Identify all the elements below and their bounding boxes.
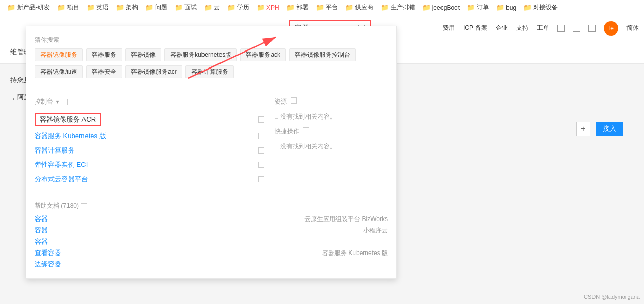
folder-icon: 📁 xyxy=(257,4,265,11)
bookmark-item[interactable]: 📁 面试 xyxy=(172,2,200,13)
suggest-tag[interactable]: 容器服务 xyxy=(86,48,122,61)
dist-label: 分布式云容器平台 xyxy=(35,175,88,184)
console-item-acr[interactable]: 容器镜像服务 ACR xyxy=(35,110,264,129)
folder-icon: 📁 xyxy=(175,4,183,11)
square-icon xyxy=(258,176,264,182)
bookmark-item[interactable]: 📁 生产排错 xyxy=(378,2,418,13)
apps-icon xyxy=(588,25,596,32)
square-icon xyxy=(62,99,68,105)
folder-icon: 📁 xyxy=(204,4,212,11)
console-item-dist[interactable]: 分布式云容器平台 xyxy=(35,172,264,187)
divider2 xyxy=(26,194,396,194)
nav-ticket-link[interactable]: 工单 xyxy=(537,24,549,32)
square-icon xyxy=(258,133,264,139)
help-item[interactable]: 边缘容器 xyxy=(35,260,388,269)
suggest-tag[interactable]: 容器镜像服务控制台 xyxy=(289,48,356,61)
square-icon xyxy=(557,25,565,32)
add-button[interactable]: + xyxy=(576,122,590,136)
suggest-tag[interactable]: 容器镜像服务 xyxy=(35,48,83,61)
bookmark-item[interactable]: 📁 项目 xyxy=(54,2,82,13)
suggest-tag[interactable]: 容器镜像服务acr xyxy=(125,65,182,78)
avatar[interactable]: Ie xyxy=(604,21,618,36)
bookmark-item[interactable]: 📁 新产品-研发 xyxy=(4,2,53,13)
k8s-label: 容器服务 Kubernetes 版 xyxy=(35,131,106,141)
square-icon xyxy=(258,147,264,154)
bookmark-item[interactable]: 📁 jeecgBoot xyxy=(419,3,463,12)
console-item-compute[interactable]: 容器计算服务 xyxy=(35,143,264,158)
compute-label: 容器计算服务 xyxy=(35,146,75,155)
folder-icon: 📁 xyxy=(57,4,65,11)
eci-label: 弹性容器实例 ECI xyxy=(35,160,88,170)
watermark: CSDN @ladymorgana xyxy=(584,294,640,300)
suggest-tags: 容器镜像服务 容器服务 容器镜像 容器服务kubernetes版 容器服务ack… xyxy=(35,48,388,61)
folder-icon: 📁 xyxy=(496,4,504,11)
bookmark-bar: 📁 新产品-研发 📁 项目 📁 英语 📁 架构 📁 问题 📁 面试 📁 云 📁 … xyxy=(0,0,644,15)
suggest-section: 猜你搜索 容器镜像服务 容器服务 容器镜像 容器服务kubernetes版 容器… xyxy=(26,32,396,86)
nav-icp-link[interactable]: ICP 备案 xyxy=(463,24,487,32)
bookmark-item[interactable]: 📁 订单 xyxy=(464,2,492,13)
folder-icon: 📁 xyxy=(467,4,475,11)
bottom-toolbar: + 接入 xyxy=(576,122,623,136)
bookmark-item[interactable]: 📁 学历 xyxy=(224,2,252,13)
square-icon xyxy=(303,127,309,133)
suggest-title: 猜你搜索 xyxy=(35,36,388,44)
folder-icon: 📁 xyxy=(422,4,431,11)
connect-button[interactable]: 接入 xyxy=(596,122,623,136)
help-section: 帮助文档 (7180) 容器 云原生应用组装平台 BizWorks 容器 小程序… xyxy=(26,198,396,272)
bookmark-item[interactable]: 📁 平台 xyxy=(313,2,341,13)
no-quick-result: □ 没有找到相关内容。 xyxy=(275,140,388,153)
suggest-tag[interactable]: 容器计算服务 xyxy=(185,65,234,78)
suggest-tag[interactable]: 容器镜像加速 xyxy=(35,65,83,78)
help-item[interactable]: 容器 云原生应用组装平台 BizWorks xyxy=(35,214,388,224)
square-icon xyxy=(258,162,264,168)
folder-icon: 📁 xyxy=(523,4,532,11)
suggest-tag[interactable]: 容器安全 xyxy=(86,65,122,78)
suggest-tag[interactable]: 容器服务ack xyxy=(240,48,286,61)
help-item[interactable]: 容器 小程序云 xyxy=(35,226,388,235)
console-resource-section: 控制台 ▾ 容器镜像服务 ACR 容器服务 Kubernetes 版 容器计算服… xyxy=(26,94,396,190)
folder-icon: 📁 xyxy=(87,4,95,11)
console-title: 控制台 ▾ xyxy=(35,97,264,106)
quick-ops-title: 快捷操作 xyxy=(275,127,388,136)
square-icon xyxy=(291,97,297,104)
dropdown-panel: 猜你搜索 容器镜像服务 容器服务 容器镜像 容器服务kubernetes版 容器… xyxy=(26,26,397,279)
bookmark-item[interactable]: 📁 对接设备 xyxy=(520,2,561,13)
bell-icon xyxy=(573,25,580,32)
nav-enterprise-link[interactable]: 企业 xyxy=(496,24,508,32)
bookmark-item[interactable]: 📁 问题 xyxy=(142,2,171,13)
nav-right: 费用 ICP 备案 企业 支持 工单 Ie 简体 xyxy=(443,21,639,36)
folder-icon: 📁 xyxy=(345,4,353,11)
nav-support-link[interactable]: 支持 xyxy=(516,24,529,32)
no-resource-result: □ 没有找到相关内容。 xyxy=(275,110,388,123)
suggest-tag[interactable]: 容器镜像 xyxy=(125,48,161,61)
suggest-tag[interactable]: 容器服务kubernetes版 xyxy=(164,48,237,61)
bookmark-item[interactable]: 📁 bug xyxy=(493,3,519,12)
suggest-tags-row2: 容器镜像加速 容器安全 容器镜像服务acr 容器计算服务 xyxy=(35,65,388,78)
bookmark-item[interactable]: 📁 架构 xyxy=(113,2,141,13)
folder-icon: 📁 xyxy=(316,4,324,11)
folder-icon: 📁 xyxy=(7,4,15,11)
bookmark-item[interactable]: 📁 XPH xyxy=(253,3,282,12)
help-item[interactable]: 容器 xyxy=(35,237,388,246)
help-items: 容器 云原生应用组装平台 BizWorks 容器 小程序云 容器 查看容器 容器… xyxy=(35,214,388,269)
folder-icon: 📁 xyxy=(145,4,154,11)
console-item-k8s[interactable]: 容器服务 Kubernetes 版 xyxy=(35,129,264,143)
bookmark-item[interactable]: 📁 部署 xyxy=(283,2,312,13)
acr-label: 容器镜像服务 ACR xyxy=(35,113,101,126)
resource-col: 资源 □ 没有找到相关内容。 快捷操作 □ 没有找到相关内容。 xyxy=(275,97,388,187)
bookmark-item[interactable]: 📁 供应商 xyxy=(342,2,377,13)
help-item[interactable]: 查看容器 容器服务 Kubernetes 版 xyxy=(35,248,388,258)
resource-title: 资源 xyxy=(275,97,388,106)
console-col: 控制台 ▾ 容器镜像服务 ACR 容器服务 Kubernetes 版 容器计算服… xyxy=(35,97,264,187)
bookmark-item[interactable]: 📁 英语 xyxy=(83,2,112,13)
folder-icon: 📁 xyxy=(116,4,124,11)
lang-selector[interactable]: 简体 xyxy=(626,24,639,32)
square-icon xyxy=(258,116,264,123)
folder-icon: 📁 xyxy=(227,4,235,11)
square-icon xyxy=(81,203,87,209)
bookmark-item[interactable]: 📁 云 xyxy=(201,2,223,13)
nav-fee-link[interactable]: 费用 xyxy=(443,24,455,32)
folder-icon: 📁 xyxy=(381,4,389,11)
help-title: 帮助文档 (7180) xyxy=(35,201,388,210)
console-item-eci[interactable]: 弹性容器实例 ECI xyxy=(35,158,264,172)
